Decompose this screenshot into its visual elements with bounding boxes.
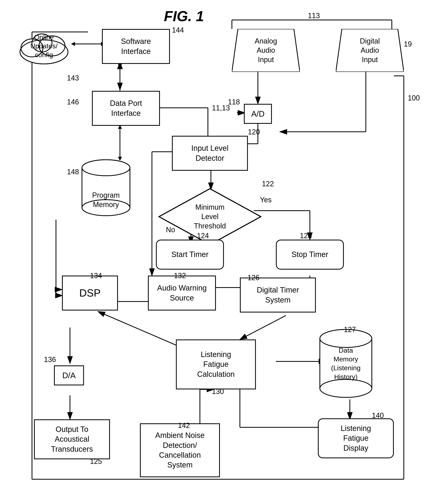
label-19: 19 <box>404 40 412 48</box>
software-interface-box: SoftwareInterface <box>102 29 170 64</box>
data-memory-cylinder: DataMemory(ListeningHistory) <box>318 327 374 399</box>
label-100: 100 <box>408 94 420 102</box>
online-updates-cloud: OnlineUpdates/config <box>16 26 72 66</box>
label-142: 142 <box>178 421 190 430</box>
diamond-label: MinimumLevelThreshold <box>168 203 252 231</box>
diagram-container: FIG. 1 <box>0 0 441 504</box>
data-memory-label: DataMemory(ListeningHistory) <box>331 346 361 381</box>
audio-warning-source-box: Audio WarningSource <box>148 276 216 311</box>
output-acoustical-box: Output ToAcousticalTransducers <box>34 419 110 459</box>
label-120: 120 <box>248 128 260 136</box>
listening-fatigue-display-box: ListeningFatigueDisplay <box>318 418 394 458</box>
label-148: 148 <box>67 168 79 176</box>
program-memory-label: ProgramMemory <box>92 191 120 209</box>
label-130: 130 <box>212 387 224 396</box>
input-level-detector-box: Input LevelDetector <box>172 136 248 171</box>
svg-point-75 <box>320 379 372 397</box>
label-125: 125 <box>90 457 102 466</box>
label-113: 113 <box>308 12 320 20</box>
svg-point-69 <box>82 160 130 176</box>
data-port-interface-box: Data PortInterface <box>92 91 160 126</box>
label-143: 143 <box>67 74 79 82</box>
label-127: 127 <box>344 326 356 334</box>
svg-line-18 <box>240 315 286 340</box>
label-140: 140 <box>372 411 384 420</box>
figure-title: FIG. 1 <box>164 8 204 24</box>
analog-audio-input-box: AnalogAudioInput <box>232 29 300 72</box>
label-136: 136 <box>44 356 56 364</box>
label-126: 126 <box>248 274 259 282</box>
label-146: 146 <box>67 98 79 106</box>
minimum-level-threshold-diamond: MinimumLevelThreshold <box>158 188 262 246</box>
da-converter-box: D/A <box>54 365 84 385</box>
ambient-noise-box: Ambient NoiseDetection/CancellationSyste… <box>140 423 220 477</box>
analog-audio-label: AnalogAudioInput <box>255 36 277 64</box>
label-124: 124 <box>197 232 209 240</box>
digital-audio-label: DigitalAudioInput <box>360 36 380 64</box>
ad-converter-box: A/D <box>244 104 272 124</box>
start-timer-box: Start Timer <box>156 240 224 269</box>
dsp-box: DSP <box>62 276 118 311</box>
label-122: 122 <box>262 180 274 188</box>
digital-audio-input-box: DigitalAudioInput <box>336 29 404 72</box>
program-memory-cylinder: ProgramMemory <box>80 158 132 218</box>
stop-timer-box: Stop Timer <box>276 240 344 269</box>
label-yes: Yes <box>260 196 272 204</box>
label-134: 134 <box>90 272 102 280</box>
label-144: 144 <box>172 26 184 34</box>
label-132: 132 <box>174 272 186 280</box>
digital-timer-system-box: Digital TimerSystem <box>240 278 316 312</box>
svg-point-61 <box>32 34 52 52</box>
label-11-13: 11,13 <box>212 104 230 112</box>
listening-fatigue-calc-box: ListeningFatigueCalculation <box>176 340 256 389</box>
label-128: 128 <box>300 232 312 240</box>
